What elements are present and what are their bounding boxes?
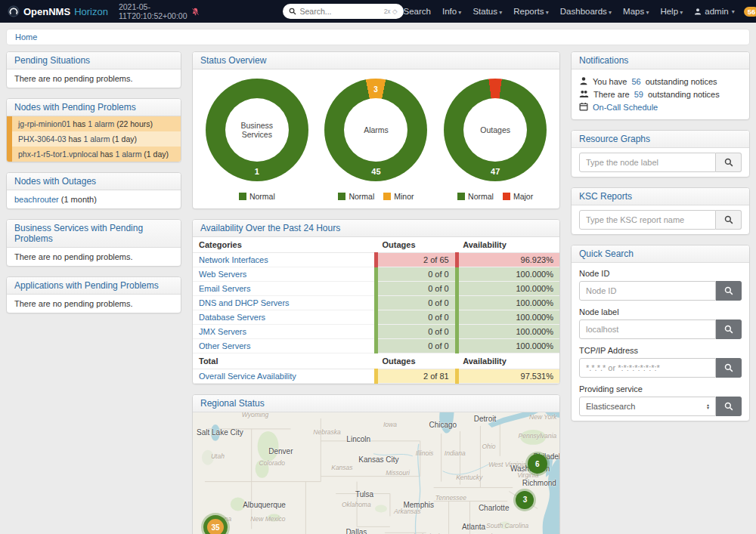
nav-item-info[interactable]: Info ▾ (442, 7, 461, 16)
alarm-link[interactable]: 1 alarm (83, 134, 110, 144)
brand-horizon: Horizon (74, 6, 108, 17)
field-label-tcp-ip-address: TCP/IP Address (579, 346, 742, 355)
card-title[interactable]: Nodes with Outages (7, 173, 181, 190)
availability-value: 100.000% (457, 325, 559, 339)
notification-badge-1[interactable]: 56 (744, 7, 756, 17)
node-label-input[interactable] (579, 319, 716, 339)
node-link[interactable]: beachrouter (14, 195, 59, 204)
status-overview-card: Status Overview Business Services1Normal… (192, 51, 560, 209)
total-label: Total (193, 353, 376, 369)
category-link[interactable]: Web Servers (199, 270, 246, 279)
nav-item-status[interactable]: Status ▾ (472, 7, 502, 16)
nav-item-search[interactable]: Search (404, 7, 431, 16)
card-title[interactable]: Applications with Pending Problems (7, 277, 181, 295)
node-id-search-button[interactable] (716, 281, 742, 301)
search-input[interactable] (300, 7, 380, 16)
notif-link[interactable]: On-Call Schedule (593, 103, 658, 112)
resource-graphs-input[interactable] (579, 153, 716, 172)
outage-duration: (1 month) (59, 195, 97, 204)
node-label-search-button[interactable] (716, 319, 742, 339)
card-title[interactable]: Pending Situations (7, 52, 181, 69)
field-label-node-label: Node label (579, 307, 742, 316)
donut-hole: Outages (463, 98, 527, 162)
legend-label: Major (513, 192, 533, 201)
regional-status-card: Regional Status (192, 394, 560, 534)
nav-item-maps[interactable]: Maps ▾ (623, 7, 649, 16)
total-outages-value: 2 of 81 (376, 369, 457, 384)
total-availability-header: Availability (457, 353, 559, 369)
providing-service-search-button[interactable] (716, 397, 742, 416)
alarm-link[interactable]: 1 alarm (88, 119, 114, 128)
card-title[interactable]: Nodes with Pending Problems (7, 99, 181, 116)
brand[interactable]: OpenNMS Horizon (8, 5, 108, 17)
nav-admin-menu[interactable]: admin ▾ (694, 7, 734, 16)
map-cluster-marker-3[interactable]: 3 (516, 491, 534, 509)
category-link[interactable]: Other Servers (199, 341, 250, 350)
nav-item-dashboards[interactable]: Dashboards ▾ (560, 7, 612, 16)
tcp-ip-address-search-button[interactable] (716, 358, 742, 378)
server-timestamp: 2021-05-11T20:10:52+00:00 (119, 2, 187, 20)
legend-swatch (383, 193, 391, 200)
ksc-reports-search (579, 210, 742, 230)
category-link[interactable]: DNS and DHCP Servers (199, 298, 290, 307)
notif-text: There are (593, 90, 630, 99)
right-column: Notifications You have 56 outstanding no… (571, 51, 750, 431)
map-city-label-kansas-city: Kansas City (358, 455, 398, 463)
legend-item-normal: Normal (239, 192, 275, 201)
availability-row: Email Servers0 of 0100.000% (193, 282, 559, 296)
breadcrumb-home-link[interactable]: Home (15, 32, 37, 42)
nav-item-reports[interactable]: Reports ▾ (513, 7, 549, 16)
map-state-label-oklahoma: Oklahoma (342, 501, 371, 508)
regional-status-map[interactable]: WyomingSalt Lake CityUtahDenverColoradoN… (193, 412, 559, 534)
alarm-link[interactable]: 1 alarm (115, 150, 141, 159)
outages-value: 0 of 0 (376, 310, 457, 325)
ksc-reports-input[interactable] (579, 210, 716, 230)
status-donuts: Business Services1NormalAlarms453NormalM… (193, 69, 559, 208)
donut-legend: Normal (239, 192, 275, 201)
overall-availability-link[interactable]: Overall Service Availability (199, 372, 296, 381)
col-header-categories: Categories (193, 237, 376, 253)
category-link[interactable]: JMX Servers (199, 327, 246, 336)
category-link[interactable]: Email Servers (199, 284, 250, 293)
notifications-off-icon[interactable] (191, 8, 200, 16)
category-link[interactable]: Database Servers (199, 313, 265, 322)
donut-hole: Alarms (344, 98, 407, 162)
availability-value: 100.000% (457, 282, 559, 296)
node-id-input[interactable] (579, 281, 716, 301)
map-cluster-marker-6[interactable]: 6 (528, 454, 547, 474)
tcp-ip-address-input[interactable] (579, 358, 716, 378)
availability-header-row: Categories Outages Availability (193, 237, 559, 253)
map-cluster-marker-35[interactable]: 35 (203, 515, 228, 534)
donut-chart[interactable]: Outages47 (444, 79, 547, 181)
selected-value: Elasticsearch (586, 402, 635, 411)
map-city-label-lincoln: Lincoln (346, 435, 370, 443)
notif-link[interactable]: 59 (634, 90, 643, 99)
donut-chart[interactable]: Business Services1 (206, 79, 308, 181)
providing-service-select[interactable]: Elasticsearch▴▾ (579, 397, 716, 416)
category-link[interactable]: Network Interfaces (199, 255, 268, 264)
card-title[interactable]: Business Services with Pending Problems (7, 220, 181, 248)
opennms-logo (8, 5, 20, 17)
donut-chart[interactable]: Alarms453 (324, 79, 427, 181)
notif-link[interactable]: 56 (631, 77, 640, 86)
field-group-tcp-ip-address (579, 358, 742, 378)
availability-row: JMX Servers0 of 0100.000% (193, 325, 559, 339)
legend-label: Minor (394, 192, 414, 201)
node-link[interactable]: PHX-3064-03 (18, 134, 67, 144)
calendar-icon (579, 102, 588, 111)
node-link[interactable]: jg-rpi-minion01 (18, 119, 70, 128)
chevron-down-icon: ▾ (497, 9, 502, 16)
nav-item-help[interactable]: Help ▾ (660, 7, 683, 16)
nav-links: SearchInfo ▾Status ▾Reports ▾Dashboards … (404, 7, 683, 16)
availability-row: Network Interfaces2 of 6596.923% (193, 253, 559, 267)
donut-center-label: Alarms (364, 125, 389, 134)
donut-total-value: 45 (324, 167, 427, 176)
empty-message: There are no pending problems. (7, 69, 181, 88)
resource-graphs-search-button[interactable] (716, 153, 742, 172)
ksc-reports-search-button[interactable] (716, 210, 742, 230)
total-availability-value: 97.531% (457, 369, 559, 384)
field-label-node-id: Node ID (579, 269, 742, 278)
notifications-card: Notifications You have 56 outstanding no… (571, 51, 750, 120)
map-state-label-kansas: Kansas (331, 464, 352, 471)
node-link[interactable]: phx-r1-r5-tor1.vpnlocal (18, 150, 98, 159)
